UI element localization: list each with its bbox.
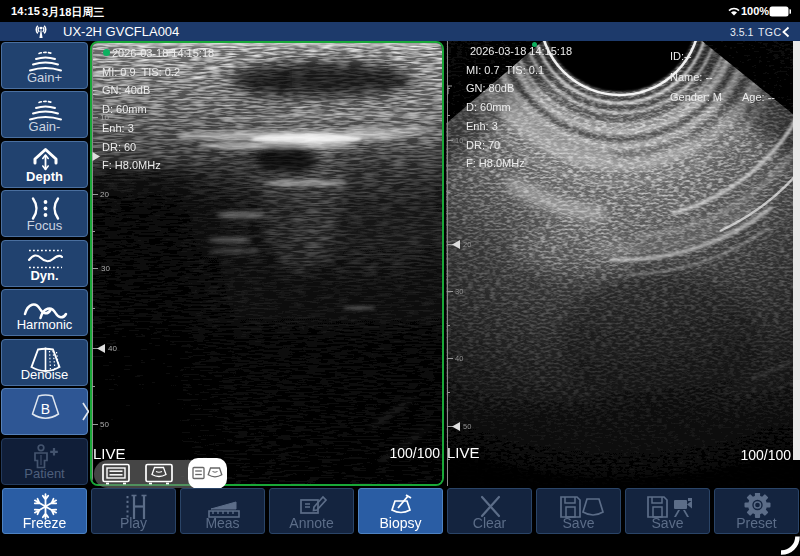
svg-text:B: B <box>41 401 50 417</box>
svg-text:10: 10 <box>455 136 463 145</box>
svg-text:30: 30 <box>101 264 110 273</box>
svg-text:50: 50 <box>463 422 471 431</box>
svg-text:50: 50 <box>100 420 109 429</box>
svg-text:40: 40 <box>108 344 117 353</box>
svg-text:30: 30 <box>455 287 463 296</box>
svg-text:20: 20 <box>463 240 471 249</box>
svg-text:40: 40 <box>455 354 463 363</box>
svg-text:20: 20 <box>100 190 109 199</box>
